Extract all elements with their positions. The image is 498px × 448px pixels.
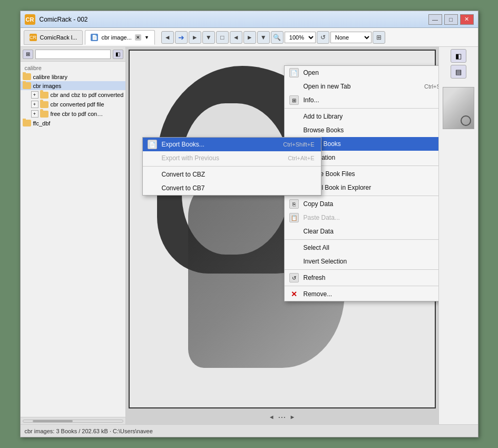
info-shortcut: Ctrl+I bbox=[432, 97, 438, 103]
menu-item-copy-data[interactable]: ⎘ Copy Data Ctrl+C bbox=[285, 197, 438, 211]
page-nav-left[interactable]: ◄ bbox=[230, 31, 242, 44]
comic-viewer[interactable]: ◄ • • • ► 📄 Open Ctrl+O Open in new Tab bbox=[126, 47, 438, 424]
menu-item-invert-selection[interactable]: Invert Selection bbox=[285, 255, 438, 268]
add-library-label: Add to Library bbox=[304, 113, 343, 120]
calibre-label: calibre bbox=[25, 65, 42, 71]
remove-label: Remove... bbox=[304, 290, 333, 298]
cbr-cbz-expand[interactable]: + bbox=[31, 91, 38, 99]
app-icon: CR bbox=[25, 14, 35, 25]
export-dialog-label: Export Books... bbox=[162, 141, 204, 148]
cbr-converted-folder-icon bbox=[40, 101, 48, 108]
tree-item-free-cbr[interactable]: + free cbr to pdf converter pdf bbox=[29, 109, 125, 119]
paste-data-label: Paste Data... bbox=[304, 214, 340, 221]
maximize-button[interactable]: □ bbox=[444, 14, 458, 25]
nav-controls: ◄ ➜ ► ▼ □ ◄ ► ▼ 🔍 100% 75% 50% 150% 200%… bbox=[161, 31, 385, 44]
submenu-item-convert-cb7[interactable]: Convert to CB7 bbox=[143, 181, 321, 195]
toolbar: CR ComicRack l... 📄 cbr image... ✕ ▼ ◄ ➜… bbox=[21, 28, 478, 47]
submenu-item-convert-cbz[interactable]: Convert to CBZ bbox=[143, 168, 321, 181]
right-panel-btn-1[interactable]: ◧ bbox=[451, 49, 466, 63]
menu-item-open-new-tab[interactable]: Open in new Tab Ctrl+Shift+O bbox=[285, 80, 438, 93]
right-panel-btn-2[interactable]: ▤ bbox=[451, 65, 466, 79]
tree-scrollbar[interactable] bbox=[21, 417, 125, 424]
tab-close-button[interactable]: ✕ bbox=[135, 34, 141, 41]
tab-cbrimages[interactable]: 📄 cbr image... ✕ ▼ bbox=[85, 30, 154, 45]
nav-dots: • • • bbox=[279, 415, 286, 420]
browse-books-label: Browse Books bbox=[304, 126, 344, 134]
separator-1 bbox=[285, 108, 438, 109]
tree-item-ffc-dbf[interactable]: ffc_dbf bbox=[21, 119, 125, 128]
cbr-cbz-label: cbr and cbz to pdf converted bbox=[51, 92, 124, 98]
cbr-converted-label: cbr converted pdf file bbox=[51, 101, 104, 108]
refresh-icon: ↺ bbox=[289, 272, 299, 283]
nav-dropdown-button[interactable]: ▼ bbox=[202, 31, 215, 44]
calibre-library-folder-icon bbox=[23, 73, 31, 80]
close-button[interactable]: ✕ bbox=[460, 14, 474, 25]
tree-item-calibre-library[interactable]: calibre library bbox=[21, 72, 125, 81]
menu-item-export-books[interactable]: Export Books ► 📄 Export Books... Ctrl+Sh… bbox=[285, 137, 438, 151]
page-nav-dropdown[interactable]: ▼ bbox=[257, 31, 270, 44]
zoom-select[interactable]: 100% 75% 50% 150% 200% bbox=[285, 32, 316, 43]
calibre-library-label: calibre library bbox=[33, 74, 67, 80]
menu-item-info[interactable]: ⊞ Info... Ctrl+I bbox=[285, 93, 438, 107]
menu-item-select-all[interactable]: Select All Ctrl+A bbox=[285, 241, 438, 255]
free-cbr-folder-icon bbox=[40, 111, 48, 118]
back-button[interactable]: ◄ bbox=[161, 31, 174, 44]
select-all-shortcut: Ctrl+A bbox=[429, 245, 438, 251]
tab-comicracklibrary[interactable]: CR ComicRack l... bbox=[24, 30, 83, 45]
fit-select[interactable]: None Fit Width Fit Height Best Fit bbox=[330, 32, 372, 43]
menu-item-remove[interactable]: ✕ Remove... Del bbox=[285, 287, 438, 301]
status-bar: cbr images: 3 Books / 202.63 kB · C:\Use… bbox=[21, 424, 478, 437]
clear-data-label: Clear Data bbox=[304, 228, 334, 235]
nav-right-arrow[interactable]: ► bbox=[289, 414, 295, 420]
menu-item-paste-data[interactable]: 📋 Paste Data... Ctrl+V bbox=[285, 211, 438, 225]
main-window: CR ComicRack - 002 — □ ✕ CR ComicRack l.… bbox=[20, 11, 479, 437]
tree-btn-2[interactable]: ◧ bbox=[113, 50, 123, 59]
submenu-item-export-dialog[interactable]: 📄 Export Books... Ctrl+Shift+E bbox=[143, 138, 321, 151]
page-view-button[interactable]: □ bbox=[216, 31, 229, 44]
info-icon: ⊞ bbox=[289, 95, 299, 105]
thumbnail-inner bbox=[443, 87, 474, 129]
copy-data-label: Copy Data bbox=[304, 200, 334, 208]
forward-button[interactable]: ► bbox=[189, 31, 201, 44]
minimize-button[interactable]: — bbox=[428, 14, 442, 25]
title-bar: CR ComicRack - 002 — □ ✕ bbox=[21, 11, 478, 28]
menu-item-refresh[interactable]: ↺ Refresh bbox=[285, 271, 438, 285]
menu-item-add-library[interactable]: Add to Library bbox=[285, 110, 438, 123]
refresh-button[interactable]: ↺ bbox=[317, 31, 329, 44]
layout-button[interactable]: ⊞ bbox=[373, 31, 385, 44]
export-previous-shortcut: Ctrl+Alt+E bbox=[277, 155, 314, 161]
cbr-images-label: cbr images bbox=[33, 83, 62, 89]
tree-item-cbr-converted[interactable]: + cbr converted pdf file bbox=[29, 100, 125, 109]
free-cbr-label: free cbr to pdf converter pdf bbox=[51, 111, 103, 117]
clear-data-icon bbox=[289, 226, 299, 237]
tab-label-library: ComicRack l... bbox=[40, 34, 77, 41]
zoom-in-button[interactable]: 🔍 bbox=[271, 31, 284, 44]
menu-item-clear-data[interactable]: Clear Data bbox=[285, 225, 438, 238]
cbr-conv-expand[interactable]: + bbox=[31, 101, 38, 108]
menu-item-browse-books[interactable]: Browse Books ► bbox=[285, 123, 438, 137]
open-label: Open bbox=[304, 69, 319, 76]
nav-left-arrow[interactable]: ◄ bbox=[269, 414, 275, 420]
menu-item-open[interactable]: 📄 Open Ctrl+O bbox=[285, 66, 438, 80]
convert-cb7-label: Convert to CB7 bbox=[162, 184, 205, 192]
tree-search-input[interactable] bbox=[35, 50, 111, 59]
forward-arrow-icon[interactable]: ➜ bbox=[175, 31, 188, 44]
tab-icon-cbr: 📄 bbox=[91, 34, 98, 41]
free-cbr-expand[interactable]: + bbox=[31, 110, 38, 118]
cbr-cbz-folder-icon bbox=[40, 92, 48, 99]
page-nav-right[interactable]: ► bbox=[243, 31, 256, 44]
tree-btn-1[interactable]: ⊞ bbox=[23, 50, 33, 59]
export-previous-label: Export with Previous bbox=[162, 154, 219, 162]
select-all-label: Select All bbox=[304, 244, 329, 251]
tree-item-cbr-cbz[interactable]: + cbr and cbz to pdf converted bbox=[29, 90, 125, 100]
browse-books-icon bbox=[289, 125, 299, 135]
status-text: cbr images: 3 Books / 202.63 kB · C:\Use… bbox=[25, 428, 153, 434]
tree-item-cbr-images[interactable]: cbr images bbox=[21, 81, 125, 90]
tree-item-calibre[interactable]: calibre bbox=[21, 64, 125, 72]
cbr-images-folder-icon bbox=[23, 82, 31, 89]
remove-icon: ✕ bbox=[289, 289, 299, 299]
invert-selection-icon bbox=[289, 256, 299, 267]
submenu-item-export-previous[interactable]: Export with Previous Ctrl+Alt+E bbox=[143, 151, 321, 165]
copy-data-icon: ⎘ bbox=[289, 199, 299, 209]
tab-dropdown-icon[interactable]: ▼ bbox=[144, 35, 149, 40]
